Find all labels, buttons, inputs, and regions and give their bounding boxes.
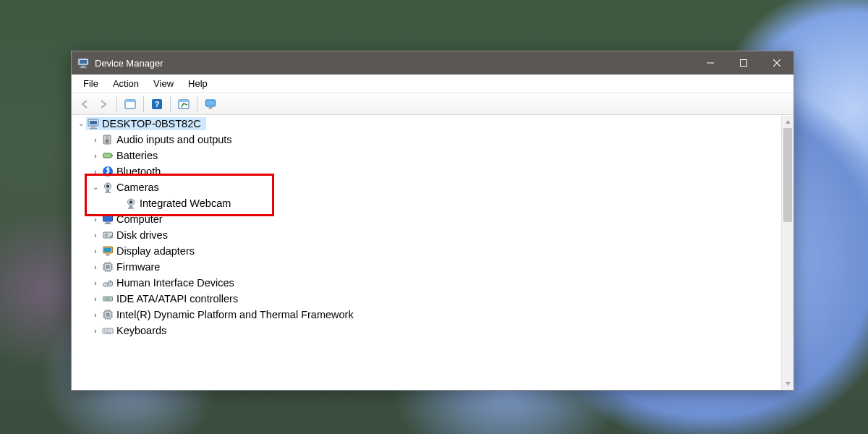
computer-icon [88,118,99,129]
tree-item-bluetooth[interactable]: Bluetooth [72,163,781,179]
expand-icon[interactable] [90,311,101,319]
device-manager-window: Device Manager File Action View Help [71,51,794,391]
back-button[interactable] [76,95,93,113]
svg-rect-40 [741,60,747,67]
help-button[interactable] [148,95,166,113]
tree-item-label: Human Interface Devices [116,277,237,289]
scroll-thumb[interactable] [783,128,792,222]
show-hidden-button[interactable] [122,95,139,113]
expand-icon[interactable] [90,247,101,255]
expand-icon[interactable] [90,152,101,160]
tree-item-cameras[interactable]: Cameras [72,179,781,195]
scroll-down-button[interactable] [782,378,793,390]
menu-bar: File Action View Help [72,75,793,93]
device-tree[interactable]: DESKTOP-0BST82C Audio inputs and outputs… [72,116,781,390]
tree-item-batteries[interactable]: Batteries [72,148,781,163]
menu-action[interactable]: Action [106,77,146,90]
tree-item-disk-drives[interactable]: Disk drives [72,227,781,243]
toolbar-separator [170,96,171,112]
tree-item-audio[interactable]: Audio inputs and outputs [72,132,781,148]
menu-view[interactable]: View [146,77,181,90]
ide-controller-icon [102,293,114,305]
tree-item-keyboards[interactable]: Keyboards [72,323,781,339]
tree-root-label: DESKTOP-0BST82C [102,118,203,129]
tree-item-label: Batteries [116,150,160,161]
scan-hardware-button[interactable] [175,95,192,113]
expand-icon[interactable] [90,216,101,224]
speaker-icon [102,134,114,145]
monitor-icon [102,213,114,225]
tree-item-hid[interactable]: Human Interface Devices [72,275,781,291]
expand-icon[interactable] [90,231,101,239]
app-icon [77,57,89,69]
tree-item-label: Display adapters [116,245,197,257]
toolbar-separator [143,96,144,112]
tree-item-label: Computer [116,213,165,225]
toolbar-separator [116,96,117,112]
expand-icon[interactable] [90,168,101,176]
tree-item-firmware[interactable]: Firmware [72,259,781,275]
expand-icon[interactable] [90,184,101,192]
tree-item-label: Integrated Webcam [140,197,233,209]
close-button[interactable] [760,51,793,75]
tree-item-label: IDE ATA/ATAPI controllers [116,293,240,305]
expand-icon[interactable] [90,136,101,144]
tree-item-label: Intel(R) Dynamic Platform and Thermal Fr… [116,309,356,320]
tree-item-display-adapters[interactable]: Display adapters [72,243,781,259]
tree-root[interactable]: DESKTOP-0BST82C [72,116,781,132]
scroll-up-button[interactable] [782,116,793,128]
tree-item-label: Keyboards [116,325,169,336]
title-bar[interactable]: Device Manager [72,51,793,75]
menu-help[interactable]: Help [181,77,215,90]
window-title: Device Manager [95,58,163,69]
camera-icon [125,197,137,209]
tree-item-label: Firmware [116,261,162,273]
expand-icon[interactable] [90,263,101,271]
forward-button[interactable] [95,95,112,113]
maximize-button[interactable] [727,51,760,75]
tree-item-label: Bluetooth [116,166,163,177]
chip-icon [102,309,114,320]
disk-icon [102,229,114,241]
camera-icon [102,182,114,193]
menu-file[interactable]: File [76,77,106,90]
tree-item-integrated-webcam[interactable]: Integrated Webcam [72,195,781,211]
client-area: DESKTOP-0BST82C Audio inputs and outputs… [72,115,793,390]
monitor-button[interactable] [202,95,219,113]
battery-icon [102,150,114,161]
keyboard-icon [102,325,114,336]
chip-icon [102,261,114,273]
vertical-scrollbar[interactable] [781,116,793,390]
scroll-track[interactable] [782,128,793,378]
toolbar-separator [197,96,197,112]
expand-icon[interactable] [90,295,101,303]
expand-icon[interactable] [76,120,86,128]
expand-icon[interactable] [90,327,101,335]
tree-item-ide[interactable]: IDE ATA/ATAPI controllers [72,291,781,307]
tree-item-label: Disk drives [116,229,170,241]
hid-icon [102,277,114,289]
expand-icon[interactable] [90,279,101,287]
bluetooth-icon [102,166,114,177]
minimize-button[interactable] [694,51,727,75]
tree-item-label: Cameras [116,182,161,193]
tree-item-intel-dptf[interactable]: Intel(R) Dynamic Platform and Thermal Fr… [72,307,781,323]
toolbar [72,93,793,115]
tree-item-computer[interactable]: Computer [72,211,781,227]
display-adapter-icon [102,245,114,257]
tree-item-label: Audio inputs and outputs [116,134,234,145]
